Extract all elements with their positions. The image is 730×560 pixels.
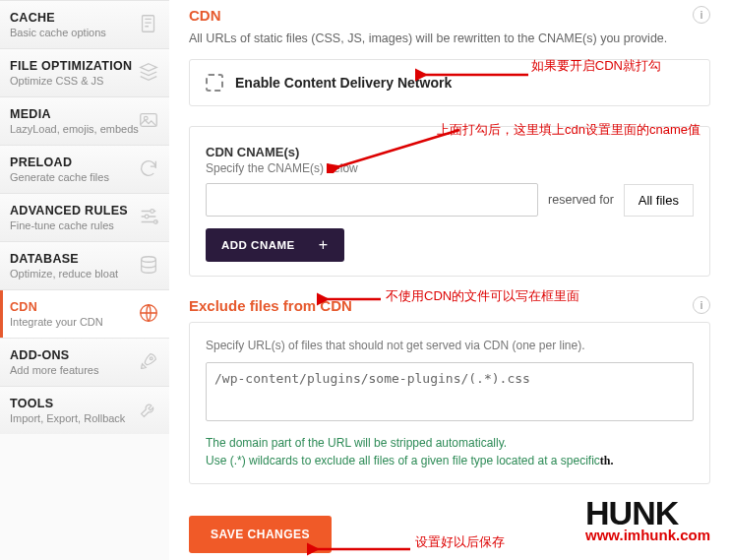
exclude-note: The domain part of the URL will be strip… [206,434,694,469]
watermark-url: www.imhunk.com [585,527,710,543]
sidebar-item-file-optimization[interactable]: FILE OPTIMIZATION Optimize CSS & JS [0,48,169,96]
enable-cdn-label: Enable Content Delivery Network [235,75,452,91]
sidebar: CACHE Basic cache options FILE OPTIMIZAT… [0,0,169,560]
sliders-icon [138,206,159,227]
cname-input[interactable] [206,183,538,217]
sidebar-item-title: DATABASE [10,252,157,266]
note-tail: th. [600,454,614,467]
cname-sub: Specify the CNAME(s) below [206,161,694,175]
exclude-note-1: The domain part of the URL will be strip… [206,436,507,450]
refresh-icon [138,157,159,179]
allfiles-select[interactable]: All files [624,184,694,217]
sidebar-item-preload[interactable]: PRELOAD Generate cache files [0,145,169,193]
watermark-logo: HUNK [585,498,710,529]
database-icon [138,254,159,276]
sidebar-item-sub: Generate cache files [10,171,157,183]
main-content: CDN i All URLs of static files (CSS, JS,… [169,0,730,560]
sidebar-item-title: CDN [10,300,157,314]
svg-point-4 [145,215,149,218]
sidebar-item-sub: LazyLoad, emojis, embeds [10,123,157,135]
sidebar-item-database[interactable]: DATABASE Optimize, reduce bloat [0,241,169,289]
sidebar-item-title: CACHE [10,11,157,25]
help-icon[interactable]: i [693,6,710,24]
sidebar-item-sub: Add more features [10,364,157,376]
svg-rect-0 [143,16,154,32]
svg-point-3 [151,210,154,214]
page-icon [138,13,159,34]
sidebar-item-title: FILE OPTIMIZATION [10,59,157,73]
image-icon [138,109,159,131]
enable-cdn-panel: Enable Content Delivery Network [189,59,710,106]
exclude-panel: Specify URL(s) of files that should not … [189,322,710,484]
svg-point-2 [144,116,148,120]
sidebar-item-addons[interactable]: ADD-ONS Add more features [0,338,169,386]
sidebar-item-title: TOOLS [10,397,157,410]
exclude-note-2: Use (.*) wildcards to exclude all files … [206,454,600,467]
sidebar-item-title: ADD-ONS [10,348,157,362]
section-title-cdn: CDN i [189,6,710,24]
cname-title: CDN CNAME(s) [206,145,694,159]
sidebar-item-tools[interactable]: TOOLS Import, Export, Rollback [0,386,169,434]
exclude-textarea[interactable] [206,362,694,421]
sidebar-item-sub: Fine-tune cache rules [10,219,157,231]
plus-icon: + [319,236,329,254]
rocket-icon [138,350,159,372]
section-title-text: CDN [189,7,221,24]
sidebar-item-title: MEDIA [10,107,157,121]
sidebar-item-sub: Import, Export, Rollback [10,412,157,424]
layers-icon [138,61,159,83]
wrench-icon [138,399,159,420]
cname-panel: CDN CNAME(s) Specify the CNAME(s) below … [189,126,710,277]
exclude-sub: Specify URL(s) of files that should not … [206,339,694,352]
add-cname-label: ADD CNAME [221,239,295,251]
svg-point-6 [142,257,156,263]
sidebar-item-title: PRELOAD [10,156,157,169]
sidebar-item-sub: Optimize, reduce bloat [10,268,157,280]
enable-cdn-checkbox[interactable] [206,74,223,92]
svg-point-8 [150,357,152,360]
annotation-4: 设置好以后保存 [415,533,505,551]
help-icon[interactable]: i [693,296,710,314]
reserved-label: reserved for [548,193,614,207]
watermark: HUNK www.imhunk.com [585,498,710,543]
sidebar-item-cdn[interactable]: CDN Integrate your CDN [0,289,169,338]
sidebar-item-advanced-rules[interactable]: ADVANCED RULES Fine-tune cache rules [0,193,169,241]
sidebar-item-media[interactable]: MEDIA LazyLoad, emojis, embeds [0,96,169,145]
sidebar-item-sub: Integrate your CDN [10,316,157,328]
section-desc: All URLs of static files (CSS, JS, image… [189,31,710,45]
save-changes-button[interactable]: SAVE CHANGES [189,516,332,553]
section-title-exclude: Exclude files from CDN i [189,296,710,314]
sidebar-item-cache[interactable]: CACHE Basic cache options [0,0,169,48]
exclude-title-text: Exclude files from CDN [189,297,352,314]
add-cname-button[interactable]: ADD CNAME + [206,228,344,262]
sidebar-item-title: ADVANCED RULES [10,204,157,218]
sidebar-item-sub: Optimize CSS & JS [10,75,157,87]
sidebar-item-sub: Basic cache options [10,27,157,38]
globe-icon [138,302,159,324]
